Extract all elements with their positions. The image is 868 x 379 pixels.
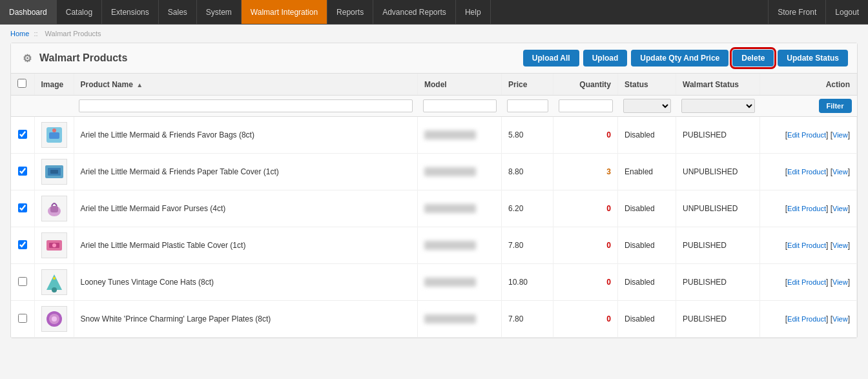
view-link[interactable]: View — [832, 168, 848, 176]
nav-item-catalog[interactable]: Catalog — [57, 0, 102, 24]
row-walmart-status: PUBLISHED — [676, 117, 760, 154]
quantity-value: 0 — [606, 130, 611, 139]
filter-status-select[interactable]: Enabled Disabled — [623, 99, 671, 113]
row-checkbox[interactable] — [18, 240, 27, 249]
nav-item-help[interactable]: Help — [456, 0, 491, 24]
table-header-row: Image Product Name ▲ Model Price Quantit… — [11, 74, 857, 96]
row-image-cell — [34, 117, 74, 154]
filter-model-input[interactable] — [423, 99, 497, 112]
filter-walmart-status-select[interactable]: PUBLISHED UNPUBLISHED — [681, 99, 755, 113]
filter-product-name-input[interactable] — [79, 99, 413, 112]
row-image-cell — [34, 264, 74, 301]
main-panel: ⚙ Walmart Products Upload All Upload Upd… — [10, 43, 858, 338]
nav-item-advanced-reports[interactable]: Advanced Reports — [373, 0, 456, 24]
row-status: Disabled — [618, 117, 676, 154]
nav-item-reports[interactable]: Reports — [327, 0, 373, 24]
col-header-product-name: Product Name ▲ — [74, 74, 418, 96]
breadcrumb-home[interactable]: Home — [10, 30, 29, 37]
row-product-name: Snow White 'Prince Charming' Large Paper… — [74, 301, 418, 338]
product-image — [41, 196, 67, 221]
panel-title-text: Walmart Products — [39, 52, 127, 64]
row-checkbox-cell — [11, 154, 34, 190]
top-navigation: Dashboard Catalog Extensions Sales Syste… — [0, 0, 868, 25]
delete-button[interactable]: Delete — [732, 50, 774, 67]
row-checkbox[interactable] — [18, 277, 27, 286]
svg-point-10 — [52, 243, 56, 247]
nav-item-logout[interactable]: Logout — [825, 0, 868, 24]
product-image — [41, 306, 67, 332]
nav-right: Store Front Logout — [768, 0, 868, 24]
edit-product-link[interactable]: Edit Product — [787, 278, 826, 286]
filter-quantity-input[interactable] — [559, 99, 613, 112]
col-header-checkbox — [11, 74, 34, 96]
view-link[interactable]: View — [832, 278, 848, 286]
row-product-name: Ariel the Little Mermaid Favor Purses (4… — [74, 190, 418, 227]
action-links: [Edit Product] [View] — [785, 130, 850, 139]
row-product-name: Ariel the Little Mermaid & Friends Paper… — [74, 154, 418, 190]
view-link[interactable]: View — [832, 241, 848, 249]
row-checkbox[interactable] — [18, 203, 27, 212]
select-all-checkbox[interactable] — [17, 79, 26, 88]
model-blurred — [424, 278, 476, 287]
row-action: [Edit Product] [View] — [760, 301, 857, 338]
breadcrumb: Home :: Walmart Products — [0, 25, 868, 43]
row-checkbox[interactable] — [18, 130, 27, 139]
action-links: [Edit Product] [View] — [785, 241, 850, 250]
nav-item-walmart-integration[interactable]: Walmart Integration — [242, 0, 327, 24]
nav-item-dashboard[interactable]: Dashboard — [0, 0, 57, 24]
filter-cell-product-name — [74, 96, 418, 117]
svg-point-2 — [52, 128, 56, 132]
table-row: Looney Tunes Vintage Cone Hats (8ct) 10.… — [11, 264, 857, 301]
row-checkbox[interactable] — [18, 314, 27, 323]
nav-item-system[interactable]: System — [197, 0, 242, 24]
edit-product-link[interactable]: Edit Product — [787, 131, 826, 139]
row-checkbox[interactable] — [18, 167, 27, 176]
row-checkbox-cell — [11, 264, 34, 301]
filter-price-input[interactable] — [507, 99, 548, 112]
row-walmart-status: UNPUBLISHED — [676, 154, 760, 190]
row-quantity: 0 — [553, 227, 618, 264]
row-status: Enabled — [618, 154, 676, 190]
edit-product-link[interactable]: Edit Product — [787, 241, 826, 249]
model-blurred — [424, 204, 476, 213]
view-link[interactable]: View — [832, 205, 848, 212]
upload-button[interactable]: Upload — [583, 50, 628, 67]
quantity-value: 3 — [606, 167, 611, 176]
table-body: Ariel the Little Mermaid & Friends Favor… — [11, 117, 857, 338]
col-header-image: Image — [34, 74, 74, 96]
update-qty-price-button[interactable]: Update Qty And Price — [631, 50, 728, 67]
row-walmart-status: PUBLISHED — [676, 227, 760, 264]
row-quantity: 0 — [553, 190, 618, 227]
edit-product-link[interactable]: Edit Product — [787, 205, 826, 212]
row-checkbox-cell — [11, 227, 34, 264]
view-link[interactable]: View — [832, 131, 848, 139]
view-link[interactable]: View — [832, 315, 848, 323]
row-walmart-status: PUBLISHED — [676, 264, 760, 301]
row-price: 5.80 — [502, 117, 553, 154]
upload-all-button[interactable]: Upload All — [523, 50, 579, 67]
row-image-cell — [34, 154, 74, 190]
product-image — [41, 159, 67, 185]
row-checkbox-cell — [11, 117, 34, 154]
action-links: [Edit Product] [View] — [785, 314, 850, 323]
row-checkbox-cell — [11, 301, 34, 338]
nav-item-sales[interactable]: Sales — [159, 0, 197, 24]
filter-button[interactable]: Filter — [819, 99, 852, 113]
breadcrumb-separator: :: — [34, 30, 37, 37]
product-image — [41, 122, 67, 148]
filter-cell-walmart-status: PUBLISHED UNPUBLISHED — [676, 96, 760, 117]
svg-point-12 — [52, 287, 57, 292]
edit-product-link[interactable]: Edit Product — [787, 315, 826, 323]
edit-product-link[interactable]: Edit Product — [787, 168, 826, 176]
filter-cell-checkbox — [11, 96, 34, 117]
nav-item-storefront[interactable]: Store Front — [768, 0, 825, 24]
filter-cell-price — [502, 96, 553, 117]
col-header-quantity: Quantity — [553, 74, 618, 96]
update-status-button[interactable]: Update Status — [778, 50, 848, 67]
svg-point-13 — [53, 277, 56, 280]
panel-title-area: ⚙ Walmart Products — [20, 51, 127, 65]
row-status: Disabled — [618, 301, 676, 338]
nav-item-extensions[interactable]: Extensions — [102, 0, 159, 24]
row-price: 7.80 — [502, 227, 553, 264]
row-image-cell — [34, 227, 74, 264]
